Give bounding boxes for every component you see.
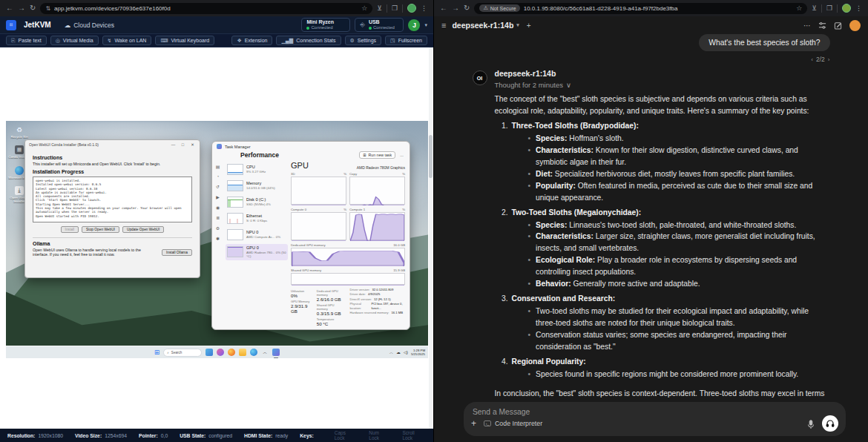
perf-item-cpu[interactable]: CPU9% 3.27 GHz — [226, 162, 288, 177]
code-interpreter-toggle[interactable]: ›_ Code Interpreter — [484, 420, 542, 427]
status-value: 0,0 — [161, 433, 168, 438]
toolbar-button-paste-text[interactable]: ⎘Paste text — [6, 36, 47, 45]
taskbar-clock[interactable]: 1:28 PM 5/21/2025 — [411, 349, 425, 356]
chevron-down-icon[interactable]: ▾ — [424, 22, 427, 28]
toolbar-button-virtual-media[interactable]: ◎Virtual Media — [50, 36, 99, 45]
chat-area[interactable]: What's the best species of sloth? ‹ 2/2 … — [434, 21, 868, 398]
device-status-chip[interactable]: Mini Ryzen Connected — [301, 18, 350, 32]
status-resolution: Resolution:1920x1080 — [7, 433, 63, 438]
installer-window[interactable]: Open WebUI Conda Installer (Beta v0.1.0)… — [24, 139, 200, 278]
edge-taskbar-icon[interactable] — [250, 349, 257, 356]
install-button[interactable]: Install — [61, 226, 79, 233]
site-settings-icon[interactable]: ⇅ — [45, 5, 50, 12]
address-bar[interactable]: ⇅ app.jetkvm.com/devices/70936e637e160f0… — [40, 3, 372, 14]
toolbar-button-wake-on-lan[interactable]: ↯Wake on LAN — [102, 36, 152, 45]
more-options-icon[interactable]: ... — [400, 153, 404, 157]
attach-plus-icon[interactable]: + — [471, 418, 476, 429]
maximize-icon[interactable]: □ — [180, 142, 186, 147]
perf-item-memory[interactable]: Memory14.0/31.6 GB (44%) — [226, 179, 288, 193]
back-icon[interactable]: ← — [6, 4, 13, 12]
services-icon[interactable]: ⚙ — [216, 225, 220, 231]
next-response-icon[interactable]: › — [828, 56, 830, 63]
list-section-body: Conservation and Research:•Two-toed slot… — [512, 293, 830, 354]
run-new-task-button[interactable]: ⊞ Run new task — [359, 151, 395, 159]
update-open-webui-button[interactable]: Update Open WebUI — [122, 226, 164, 233]
openwebui-browser-window: ← → ↻ ⚠ Not Secure 10.0.1.95:8080/c/56c6… — [434, 0, 868, 442]
address-bar[interactable]: ⚠ Not Secure 10.0.1.95:8080/c/56c61a81-d… — [474, 3, 807, 14]
back-icon[interactable]: ← — [440, 4, 447, 12]
browser-profile-avatar[interactable] — [842, 4, 851, 13]
app-history-icon[interactable]: ↺ — [216, 184, 220, 189]
usb-status-chip[interactable]: ⎆ USB Connected — [355, 18, 404, 32]
browser-menu-icon[interactable]: ⋮ — [421, 4, 427, 12]
downloads-icon[interactable]: ⊻ — [377, 4, 382, 12]
minimize-icon[interactable]: — — [170, 142, 177, 147]
toolbar-button-connection-stats[interactable]: ▁▄▇Connection Stats — [276, 36, 341, 45]
toolbar-button-extension[interactable]: ❖Extension — [231, 36, 272, 45]
task-manager-taskbar-icon[interactable] — [272, 349, 280, 356]
not-secure-chip[interactable]: ⚠ Not Secure — [479, 4, 519, 12]
perf-item-disk-0-c-[interactable]: Disk 0 (C:)SSD (NVMe) 4% — [226, 195, 288, 209]
cloud-devices-link[interactable]: ☁ Cloud Devices — [65, 22, 114, 29]
install-ollama-button[interactable]: Install Ollama — [162, 249, 192, 256]
thought-toggle[interactable]: Thought for 2 minutes ∨ — [495, 81, 830, 89]
jetkvm-main-area: ♻Recycle Bin▦Conda InstallerMicrosoft Ed… — [0, 47, 433, 429]
firefox-taskbar-icon[interactable] — [228, 349, 235, 356]
status-label: Resolution: — [7, 433, 35, 438]
speaker-icon[interactable]: ◁) — [404, 350, 408, 354]
processes-icon[interactable]: ▤ — [216, 164, 220, 169]
remote-desktop-video[interactable]: ♻Recycle Bin▦Conda InstallerMicrosoft Ed… — [6, 121, 428, 358]
tray-chevron-icon[interactable]: ︿ — [389, 350, 394, 355]
performance-icon[interactable]: ◔ — [217, 174, 220, 179]
file-explorer-taskbar-icon[interactable] — [239, 349, 246, 356]
startup-icon[interactable]: ▶ — [216, 194, 220, 199]
list-number: 2. — [498, 207, 508, 292]
installer-log[interactable]: open-webui is installed. Installed open-… — [33, 177, 192, 222]
previous-response-icon[interactable]: ‹ — [811, 56, 813, 63]
toolbar-button-settings[interactable]: ⚙Settings — [345, 36, 382, 45]
task-manager-titlebar[interactable]: Task Manager — [212, 142, 410, 151]
scrollbar-thumb[interactable] — [429, 135, 433, 178]
perf-item-gpu-0[interactable]: GPU 0AMD Radeon 780... 0% (50 °C) — [226, 244, 288, 260]
stop-open-webui-button[interactable]: Stop Open WebUI — [82, 226, 119, 233]
close-icon[interactable]: ✕ — [189, 142, 196, 147]
account-avatar[interactable]: J — [408, 19, 420, 31]
list-item-label: Ecological Role: — [536, 256, 597, 264]
toolbar-button-fullscreen[interactable]: ◳Fullscreen — [385, 36, 427, 45]
bullet-dot-icon: • — [528, 133, 531, 145]
reload-icon[interactable]: ↻ — [30, 4, 36, 12]
bookmark-star-icon[interactable]: ☆ — [796, 4, 802, 12]
overflow-chevron-taskbar-icon[interactable]: ︿ — [261, 349, 269, 356]
taskbar-search[interactable]: ⌕ Search — [163, 349, 202, 357]
message-input-box[interactable]: Send a Message + ›_ Code Interpreter — [464, 402, 846, 436]
widgets-taskbar-icon[interactable] — [206, 349, 213, 356]
desktop-icon-recycle-bin[interactable]: ♻Recycle Bin — [8, 125, 30, 139]
settings-icon[interactable]: ✱ — [216, 236, 220, 241]
installer-titlebar[interactable]: Open WebUI Conda Installer (Beta v0.1.0)… — [25, 140, 200, 149]
forward-icon[interactable]: → — [452, 4, 459, 12]
user-message-bubble[interactable]: What's the best species of sloth? — [699, 34, 829, 51]
browser-menu-icon[interactable]: ⋮ — [855, 4, 862, 12]
details-icon[interactable]: ≣ — [216, 215, 220, 220]
page-scrollbar[interactable] — [429, 47, 433, 429]
task-manager-window[interactable]: Task Manager Performance ⊞ Run new task … — [211, 141, 410, 330]
toolbar-button-virtual-keyboard[interactable]: ⌨Virtual Keyboard — [155, 36, 214, 45]
chart-plot — [291, 212, 346, 240]
perf-item-npu-0[interactable]: NPU 0AMD Compute Ac... 0% — [226, 228, 288, 242]
expand-icon: ◳ — [390, 38, 395, 44]
start-button[interactable]: ⊞ — [154, 349, 160, 356]
voice-call-button[interactable] — [822, 415, 838, 432]
forward-icon[interactable]: → — [18, 4, 25, 12]
side-panel-icon[interactable]: ❐ — [392, 4, 398, 12]
browser-profile-avatar[interactable] — [407, 4, 416, 13]
perf-item-ethernet[interactable]: EthernetS: 0 R: 0 Kbps — [226, 211, 288, 225]
microphone-icon[interactable] — [807, 419, 815, 429]
bookmark-star-icon[interactable]: ☆ — [361, 4, 367, 12]
system-tray[interactable]: ︿ ☁ ◁) 1:28 PM 5/21/2025 — [389, 349, 425, 356]
side-panel-icon[interactable]: ❐ — [826, 4, 832, 12]
reload-icon[interactable]: ↻ — [464, 4, 470, 12]
users-icon[interactable]: ◉ — [216, 205, 220, 210]
onedrive-icon[interactable]: ☁ — [396, 350, 401, 354]
downloads-icon[interactable]: ⊻ — [812, 4, 817, 12]
copilot-taskbar-icon[interactable] — [217, 349, 224, 356]
